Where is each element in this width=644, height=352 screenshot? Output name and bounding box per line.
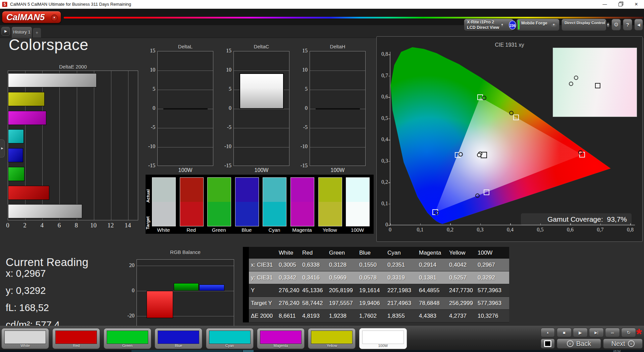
cell-green: 0,5969 (326, 271, 356, 284)
deltah-xlabel: 100W (310, 167, 366, 173)
table-header-cyan: Cyan (384, 247, 416, 259)
display-control-dropdown[interactable]: Direct Display Control ▼ (561, 19, 606, 31)
collapse-left-icon: ◀ (637, 23, 640, 27)
deltae-bar-red (8, 186, 49, 200)
pattern-cyan-button[interactable]: Cyan (206, 328, 254, 349)
taskbar-clock: 16:52 (613, 350, 621, 352)
meter-dropdown[interactable]: X-Rite i1Pro 2 LCD Direct View ▼ 236 (464, 19, 514, 31)
display-control-chevron-down-icon: ▼ (607, 23, 609, 27)
deltae-chart (8, 71, 138, 220)
swatch-green-actual (208, 178, 231, 202)
swatch-label-red: Red (176, 227, 206, 233)
swatch-100w-target (346, 202, 369, 226)
actual-target-swatch-panel: Actual Target WhiteRedGreenBlueCyanMagen… (146, 175, 374, 234)
table-row--e-2000[interactable]: ΔE 20008,66114,81931,92381,76021,83554,4… (249, 310, 509, 322)
cell-magenta: 4,4383 (416, 310, 446, 322)
close-button[interactable]: ✕ (631, 0, 642, 9)
table-row-x-cie31[interactable]: x: CIE310,30050,63380,31280,15500,23510,… (249, 259, 509, 271)
settings-button[interactable]: ⚙ (611, 19, 621, 31)
play-button[interactable]: ▶ (573, 328, 588, 337)
pattern-scroll-up-button[interactable]: ▲ (541, 328, 555, 337)
reading-y: y: 0,3292 (6, 285, 46, 296)
table-header-white: White (276, 247, 299, 259)
minimize-button[interactable]: — (599, 0, 610, 9)
row-label: ΔE 2000 (249, 310, 276, 322)
table-header-yellow: Yellow (446, 247, 475, 259)
cell-green: 205,8199 (326, 284, 356, 297)
table-header-100w: 100W (475, 247, 509, 259)
step-forward-icon: ▶| (594, 331, 598, 335)
logo-chevron-down-icon: ▼ (51, 14, 58, 21)
stop-button[interactable]: ■ (557, 328, 572, 337)
taskbar-sliver: 16:52 (0, 350, 644, 352)
meter-name: X-Rite i1Pro 2 (467, 19, 499, 25)
pattern-magenta-button[interactable]: Magenta (257, 328, 305, 349)
table-row-y-cie31[interactable]: y: CIE310,33420,34160,59690,05780,33190,… (249, 271, 509, 284)
gear-icon: ⚙ (614, 21, 619, 28)
back-button[interactable]: « Back (557, 339, 601, 349)
stop-icon: ■ (563, 330, 566, 335)
display-control-label: Direct Display Control (563, 19, 607, 26)
rgb-balance-bar-blue (199, 284, 224, 291)
cie-measured-blue (434, 211, 439, 215)
play-icon: ▶ (579, 330, 582, 335)
collapse-panel-button[interactable]: ◀ (634, 19, 643, 31)
cell-blue: 19,9406 (356, 297, 384, 309)
pattern-green-button[interactable]: Green (104, 328, 151, 349)
pattern-red-swatch (55, 331, 97, 344)
cie-measured-100w (477, 153, 481, 157)
swatch-cyan-target (263, 202, 286, 226)
pattern-green-label: Green (104, 344, 151, 348)
cell-green: 1,9238 (326, 310, 356, 322)
cell-blue: 0,0578 (356, 271, 384, 284)
table-header-blue: Blue (356, 247, 384, 259)
pattern-red-button[interactable]: Red (52, 328, 100, 349)
cie-target-yellow (513, 115, 519, 120)
deltae-tick-12: 12 (106, 222, 116, 229)
restore-icon (619, 3, 622, 6)
table-row-target-y[interactable]: Target Y276,240558,7442197,555719,940621… (249, 297, 509, 310)
cell-yellow: 247,7730 (446, 284, 475, 297)
step-forward-button[interactable]: ▶| (589, 328, 604, 337)
pattern-magenta-label: Magenta (257, 344, 304, 348)
pattern-window-button[interactable] (541, 339, 555, 349)
alert-asterisk-icon: * (634, 325, 644, 340)
help-button[interactable]: ? (623, 19, 632, 31)
page-title: Colorspace (9, 36, 89, 54)
restore-button[interactable] (614, 0, 626, 9)
tab-nav-button[interactable]: ▶ (1, 27, 10, 36)
current-reading-title: Current Reading (6, 256, 89, 269)
deltah-title: DeltaH (310, 44, 366, 49)
loop-button[interactable]: ∞ (605, 328, 620, 337)
row-label: Target Y (249, 297, 276, 309)
cell-blue: 1,7602 (356, 310, 384, 322)
help-icon: ? (626, 22, 629, 28)
cell-magenta: 0,1381 (416, 271, 446, 284)
pattern-yellow-button[interactable]: Yellow (308, 328, 356, 349)
pattern-blue-button[interactable]: Blue (155, 328, 202, 349)
deltae-bar-100w (8, 73, 97, 87)
row-label: y: CIE31 (249, 271, 276, 284)
row-label: x: CIE31 (249, 259, 276, 271)
calman-logo-button[interactable]: CalMAN5 ▼ (2, 11, 61, 23)
cell-red: 45,1336 (299, 284, 326, 297)
calman-logo-text: CalMAN5 (6, 12, 45, 22)
next-button[interactable]: Next » (603, 339, 643, 349)
pattern-100w-button[interactable]: 100W (359, 328, 407, 349)
pattern-100w-swatch (362, 331, 404, 344)
swatch-yellow-target (319, 202, 342, 226)
pattern-source-dropdown[interactable]: Mobile Forge ▼ (517, 19, 559, 31)
deltae-tick-6: 6 (54, 222, 64, 229)
display-icon (544, 340, 551, 347)
pattern-white-button[interactable]: White (1, 328, 49, 349)
inset-measured-circle-1 (569, 82, 573, 86)
panel-drawer-handle[interactable]: ▶ (0, 139, 5, 158)
deltal-bar (163, 108, 208, 109)
meter-count-badge: 236 (509, 20, 516, 30)
swatch-red-actual (180, 178, 203, 202)
swatch-label-100w: 100W (342, 227, 373, 233)
cell-magenta: 0,2914 (416, 259, 446, 271)
rgb-balance-chart (137, 259, 234, 328)
table-row-y[interactable]: Y276,240545,1336205,819919,1614227,19836… (249, 284, 509, 297)
cell-blue: 19,1614 (356, 284, 384, 297)
